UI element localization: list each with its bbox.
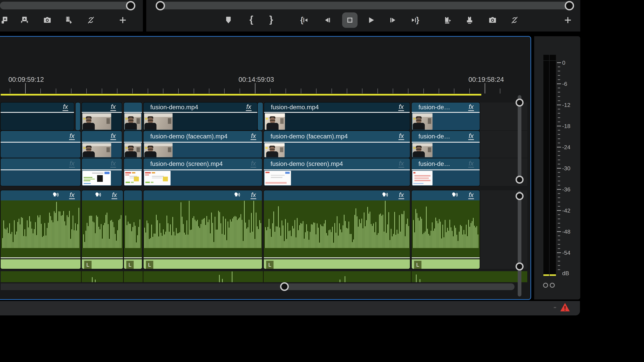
timeline-clip[interactable] bbox=[124, 103, 142, 130]
fx-badge[interactable]: fx bbox=[398, 160, 404, 168]
program-zoom-scrollbar-handle-left[interactable] bbox=[156, 1, 165, 10]
timeline-clip[interactable]: fx bbox=[82, 131, 122, 158]
timeline-clip[interactable]: fusion-demo.mp4fx bbox=[264, 103, 410, 130]
timeline-clip[interactable]: fx bbox=[82, 103, 122, 130]
play-icon[interactable] bbox=[363, 12, 379, 28]
video-vscrollbar-handle-top[interactable] bbox=[516, 98, 524, 107]
fx-badge[interactable]: fx bbox=[250, 133, 256, 140]
fx-badge[interactable]: fx bbox=[110, 104, 116, 111]
work-area-bar[interactable] bbox=[1, 94, 481, 95]
extract-icon[interactable] bbox=[17, 12, 32, 28]
film-export-icon[interactable] bbox=[61, 12, 76, 28]
audio-vscrollbar-handle-bottom[interactable] bbox=[516, 263, 524, 271]
meter-scale-label: -54 bbox=[562, 250, 570, 256]
audio-vscrollbar-handle-top[interactable] bbox=[516, 192, 524, 200]
go-to-out-icon[interactable]: } bbox=[408, 12, 423, 28]
meter-channel-dot-left[interactable] bbox=[543, 283, 548, 288]
overwrite-icon[interactable] bbox=[462, 12, 477, 28]
clip-title-bar bbox=[124, 131, 142, 142]
timeline-clip[interactable] bbox=[124, 131, 142, 158]
fx-badge[interactable]: fx bbox=[468, 104, 474, 111]
timeline-hscrollbar[interactable] bbox=[280, 283, 514, 290]
timeline-clip[interactable]: fusion-demo (facecam).mp4fx bbox=[264, 131, 410, 158]
ruler-tick bbox=[194, 88, 194, 93]
fx-badge[interactable]: fx bbox=[112, 192, 117, 199]
clip-thumbnail bbox=[264, 143, 284, 157]
audio-clip-body: L bbox=[412, 200, 480, 269]
timeline-clip[interactable] bbox=[124, 158, 142, 186]
source-zoom-scrollbar[interactable] bbox=[0, 2, 135, 9]
timeline-audio-clip[interactable]: fxL bbox=[264, 190, 410, 269]
timeline-clip[interactable]: fx bbox=[1, 103, 74, 130]
timeline-clip[interactable]: fusion-de…fx bbox=[412, 131, 480, 158]
timeline-audio-clip[interactable]: L bbox=[124, 190, 142, 269]
audio-vscrollbar[interactable] bbox=[518, 191, 522, 297]
video-vscrollbar-handle-bottom[interactable] bbox=[516, 176, 524, 184]
meter-minor-tick bbox=[558, 100, 560, 101]
step-forward-icon[interactable] bbox=[385, 12, 400, 28]
timeline-clip-sliver[interactable] bbox=[258, 103, 263, 130]
timeline-clip[interactable]: fusion-de…fx bbox=[412, 103, 480, 130]
fx-badge[interactable]: fx bbox=[69, 160, 75, 168]
lift-icon[interactable] bbox=[0, 12, 13, 28]
fx-badge[interactable]: fx bbox=[468, 192, 474, 199]
timeline-audio-clip[interactable]: fx bbox=[1, 190, 80, 269]
timeline-clip[interactable]: fusion-demo (screen).mp4fx bbox=[144, 158, 262, 186]
fx-badge[interactable]: fx bbox=[468, 133, 474, 140]
warning-icon[interactable] bbox=[560, 302, 570, 313]
meter-minor-tick bbox=[558, 197, 560, 198]
go-to-in-icon[interactable]: { bbox=[296, 12, 312, 28]
timeline-audio-clip[interactable]: fxL bbox=[144, 190, 262, 269]
add-button-icon[interactable] bbox=[560, 12, 576, 28]
timeline-audio-clip[interactable]: fxL bbox=[82, 190, 123, 269]
fx-badge[interactable]: fx bbox=[398, 192, 404, 199]
meter-minor-tick bbox=[558, 257, 560, 257]
source-zoom-scrollbar-handle[interactable] bbox=[126, 1, 135, 10]
fx-badge[interactable]: fx bbox=[250, 192, 256, 199]
fx-badge[interactable]: fx bbox=[110, 133, 116, 140]
add-button-icon[interactable] bbox=[115, 12, 130, 28]
meter-minor-tick bbox=[558, 223, 560, 224]
fx-badge[interactable]: fx bbox=[69, 192, 75, 199]
program-zoom-scrollbar-handle-right[interactable] bbox=[565, 1, 574, 10]
export-frame-icon[interactable] bbox=[40, 12, 55, 28]
timeline-clip[interactable]: fx bbox=[1, 158, 80, 186]
export-frame-icon[interactable] bbox=[485, 12, 500, 28]
fx-badge[interactable]: fx bbox=[398, 104, 404, 111]
meter-channel-dot-right[interactable] bbox=[550, 283, 555, 288]
fx-badge[interactable]: fx bbox=[69, 133, 75, 140]
step-back-icon[interactable] bbox=[320, 12, 336, 28]
ruler-tick bbox=[500, 88, 500, 93]
fx-badge[interactable]: fx bbox=[62, 104, 68, 111]
timeline-clip[interactable]: fusion-demo (facecam).mp4fx bbox=[144, 131, 262, 158]
timeline-clip[interactable]: fx bbox=[1, 131, 80, 158]
mark-out-icon[interactable]: } bbox=[264, 12, 279, 28]
sync-off-icon[interactable] bbox=[507, 12, 522, 28]
meter-minor-tick bbox=[558, 71, 560, 71]
timeline-clip[interactable]: fusion-demo (screen).mp4fx bbox=[264, 158, 410, 186]
sync-off-icon[interactable] bbox=[83, 12, 98, 28]
fx-badge[interactable]: fx bbox=[468, 160, 474, 168]
timeline-clip[interactable]: fx bbox=[82, 158, 122, 186]
program-zoom-scrollbar[interactable] bbox=[160, 2, 570, 9]
audio-volume-band-shadow bbox=[82, 258, 123, 259]
clip-label: fusion-de… bbox=[418, 104, 450, 111]
fx-badge[interactable]: fx bbox=[110, 160, 116, 168]
audio-clip-lower-band bbox=[1, 259, 80, 269]
timeline-audio-clip[interactable]: fxL bbox=[412, 190, 480, 269]
timeline-clip-sliver[interactable] bbox=[76, 103, 80, 130]
marker-icon[interactable] bbox=[221, 12, 236, 28]
fx-badge[interactable]: fx bbox=[246, 104, 252, 111]
fx-badge[interactable]: fx bbox=[398, 133, 404, 140]
timeline-clip[interactable]: fusion-demo.mp4fx bbox=[144, 103, 257, 130]
video-vscrollbar[interactable] bbox=[518, 95, 522, 182]
stop-icon[interactable] bbox=[342, 12, 358, 28]
fx-badge[interactable]: fx bbox=[250, 160, 256, 168]
timeline-clip[interactable]: fusion-de…fx bbox=[412, 158, 480, 186]
timeline-hscrollbar-track[interactable] bbox=[1, 283, 280, 290]
mark-in-icon[interactable]: { bbox=[244, 12, 259, 28]
timeline-hscrollbar-handle[interactable] bbox=[280, 282, 289, 291]
speaker-head-icon bbox=[233, 192, 240, 199]
insert-icon[interactable] bbox=[440, 12, 456, 28]
meter-minor-tick bbox=[558, 113, 560, 114]
